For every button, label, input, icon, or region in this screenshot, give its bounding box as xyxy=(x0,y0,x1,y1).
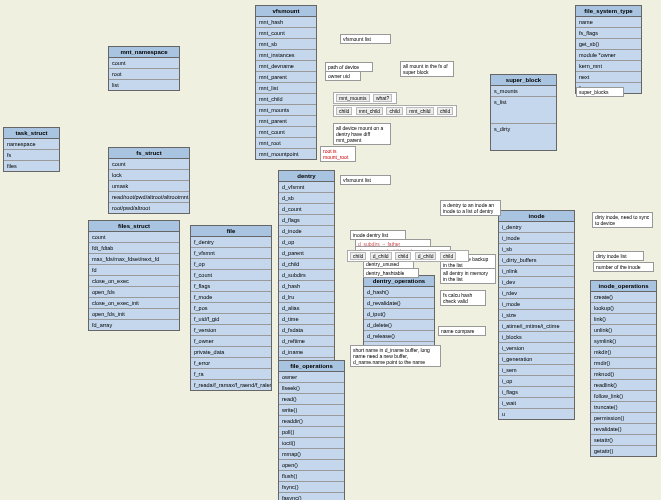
file-title: file xyxy=(191,226,271,237)
field: mnt_mounts xyxy=(256,105,316,116)
chain-item: child xyxy=(437,107,453,115)
note-all-mount-sb: all mount in the fs of super block xyxy=(400,61,454,77)
file-operations-box: file_operations owner llseek() read() wr… xyxy=(278,360,345,500)
field: readlink() xyxy=(591,380,656,391)
field: getattr() xyxy=(591,446,656,456)
field: rmdir() xyxy=(591,358,656,369)
field: f_flags xyxy=(191,281,271,292)
field: lookup() xyxy=(591,303,656,314)
field: d_alias xyxy=(279,303,334,314)
field: f_ra xyxy=(191,369,271,380)
field: private_data xyxy=(191,347,271,358)
fs-struct-box: fs_struct count lock umask read/root/pwd… xyxy=(108,147,190,214)
field: read() xyxy=(279,394,344,405)
files-struct-box: files_struct count fdt_fdtab max_fds/max… xyxy=(88,220,180,331)
field: create() xyxy=(591,292,656,303)
field: i_dev xyxy=(499,277,574,288)
chain-item: child xyxy=(440,252,456,260)
inode-box: inode i_dentry i_inode i_sb i_dirty_buff… xyxy=(498,210,575,420)
field: d_hash() xyxy=(364,287,434,298)
field: lock xyxy=(109,170,189,181)
file-system-type-box: file_system_type name fs_flags get_sb() … xyxy=(575,5,642,94)
field: i_generation xyxy=(499,354,574,365)
field: i_op xyxy=(499,376,574,387)
field: mnt_count xyxy=(256,28,316,39)
field: unlink() xyxy=(591,325,656,336)
field: i_wait xyxy=(499,398,574,409)
note-dirty-inode-list: dirty inode list xyxy=(593,251,644,261)
file-box: file f_dentry f_vfsmnt f_op f_count f_fl… xyxy=(190,225,272,391)
field: d_time xyxy=(279,314,334,325)
field: mnt_count xyxy=(256,127,316,138)
field: mnt_devname xyxy=(256,61,316,72)
field: d_sb xyxy=(279,193,334,204)
dentry-box: dentry d_vfsmnt d_sb d_count d_flags d_i… xyxy=(278,170,335,369)
field: mnt_parent xyxy=(256,72,316,83)
field: revalidate() xyxy=(591,424,656,435)
field: fs xyxy=(4,150,59,161)
field: close_on_exec_init xyxy=(89,298,179,309)
field: i_size xyxy=(499,310,574,321)
field: flush() xyxy=(279,471,344,482)
field: d_vfsmnt xyxy=(279,182,334,193)
field: write() xyxy=(279,405,344,416)
field: link() xyxy=(591,314,656,325)
field: mnt_sb xyxy=(256,39,316,50)
task-struct-box: task_struct namespace fs files xyxy=(3,127,60,172)
file-system-type-title: file_system_type xyxy=(576,6,641,17)
field: f_reada/f_ramax/f_raend/f_ralen/f_rawin xyxy=(191,380,271,390)
field: mmap() xyxy=(279,449,344,460)
field: root/pwd/altroot xyxy=(109,203,189,213)
field: f_dentry xyxy=(191,237,271,248)
field: permission() xyxy=(591,413,656,424)
field: namespace xyxy=(4,139,59,150)
chain-item: child xyxy=(336,107,352,115)
field: f_pos xyxy=(191,303,271,314)
note-all-device-mount: all device mount on a dentry have diff m… xyxy=(333,123,391,145)
field: i_blocks xyxy=(499,332,574,343)
field: count xyxy=(89,232,179,243)
field: d_subdirs xyxy=(279,270,334,281)
field: d_release() xyxy=(364,331,434,342)
field: get_sb() xyxy=(576,39,641,50)
mnt-mounts-chain: mnt_mounts what? xyxy=(333,92,397,104)
note-fs-calcu-hash: fs calcu hash check valid xyxy=(440,290,486,306)
field: d_op xyxy=(279,237,334,248)
note-all-dentry-mem: all dentry in memory in the list xyxy=(440,268,496,284)
note-owner-uid: owner uid xyxy=(325,71,361,81)
dentry-child-chain: child d_child child d_child child xyxy=(347,250,469,262)
chain-item: child xyxy=(395,252,411,260)
note-vfsmount-list: vfsmount list xyxy=(340,34,391,44)
note-super-blocks: super_blocks xyxy=(576,87,624,97)
chain-item: child xyxy=(350,252,366,260)
field: mknod() xyxy=(591,369,656,380)
field: i_dentry xyxy=(499,222,574,233)
note-a-dentry-inode: a dentry to an inode an inode to a list … xyxy=(440,200,501,216)
field: d_lru xyxy=(279,292,334,303)
chain-item: mnt_mounts xyxy=(336,94,370,102)
field: mnt_instances xyxy=(256,50,316,61)
field: i_sb xyxy=(499,244,574,255)
field: root xyxy=(109,69,179,80)
inode-title: inode xyxy=(499,211,574,222)
super-block-box: super_block s_mounts s_list s_dirty xyxy=(490,74,557,151)
field: count xyxy=(109,58,179,69)
field: owner xyxy=(279,372,344,383)
field: count xyxy=(109,159,189,170)
field: d_inode xyxy=(279,226,334,237)
field: s_list xyxy=(491,97,556,124)
field: i_atime/i_mtime/i_ctime xyxy=(499,321,574,332)
field: umask xyxy=(109,181,189,192)
field: u xyxy=(499,409,574,419)
chain-item: mnt_child xyxy=(356,107,383,115)
field: mnt_mountpoint xyxy=(256,149,316,159)
super-block-title: super_block xyxy=(491,75,556,86)
field: mnt_hash xyxy=(256,17,316,28)
files-struct-title: files_struct xyxy=(89,221,179,232)
dentry-operations-box: dentry_operations d_hash() d_revalidate(… xyxy=(363,275,435,353)
field: open_fds xyxy=(89,287,179,298)
field: f_vfsmnt xyxy=(191,248,271,259)
field: i_sem xyxy=(499,365,574,376)
chain-item: d_child xyxy=(370,252,392,260)
field: d_reftime xyxy=(279,336,334,347)
